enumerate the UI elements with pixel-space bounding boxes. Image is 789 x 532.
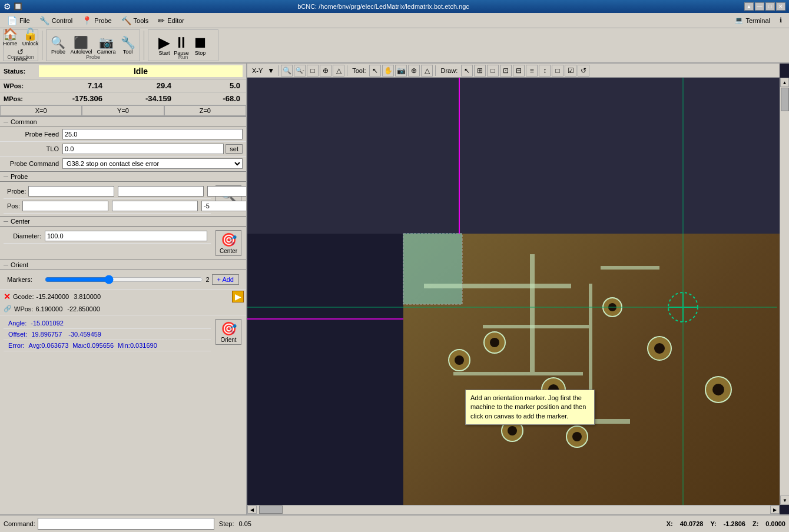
command-label: Command: <box>4 520 35 527</box>
pos-val3[interactable] <box>201 201 247 211</box>
zoom-out-button[interactable]: 🔍- <box>294 65 306 77</box>
center-section-label: Center <box>11 218 30 225</box>
menu-probe[interactable]: 📍 Probe <box>77 15 116 26</box>
select-tool-button[interactable]: ↖ <box>369 65 381 77</box>
tool-button[interactable]: 🔧 Tool <box>119 36 137 55</box>
error-label: Error: <box>8 342 25 349</box>
tlo-input[interactable] <box>62 144 224 154</box>
draw-rect-button[interactable]: □ <box>487 65 499 77</box>
orient-action-button[interactable]: 🎯 Orient <box>216 319 241 345</box>
scroll-thumb-h[interactable] <box>259 506 283 514</box>
crosshair-button[interactable]: ⊕ <box>320 65 331 77</box>
canvas-view[interactable]: Add an orientation marker. Jog first the… <box>247 78 780 505</box>
triangle-button[interactable]: △ <box>333 65 344 77</box>
orient-info-fields: Angle: -15.001092 Offset: 19.896757 -30.… <box>4 318 211 351</box>
probe-val1[interactable] <box>28 186 114 197</box>
autolevel-button[interactable]: ⬛ Autolevel <box>68 36 94 55</box>
status-value: Idle <box>39 65 243 77</box>
angle-value: -15.001092 <box>31 320 64 327</box>
xy-dropdown-icon: ▼ <box>267 66 274 75</box>
probe-command-select[interactable]: G38.2 stop on contact else error <box>62 158 243 169</box>
svg-point-26 <box>654 343 665 354</box>
tool-label: Tool: <box>350 67 368 74</box>
triangle2-button[interactable]: △ <box>421 65 433 77</box>
draw-box-button[interactable]: □ <box>552 65 563 77</box>
command-input[interactable] <box>38 518 214 530</box>
tools-icon: 🔨 <box>121 16 131 25</box>
scroll-thumb-v[interactable] <box>781 88 789 111</box>
scrollbar-horizontal[interactable]: ◀ ▶ <box>247 505 780 514</box>
scroll-up-button[interactable]: ▲ <box>780 78 789 87</box>
menu-info[interactable]: ℹ <box>775 15 787 25</box>
probe-section-header: Probe <box>0 171 246 182</box>
scroll-right-button[interactable]: ▶ <box>770 506 780 514</box>
connection-group-label: Connection <box>4 54 38 60</box>
center-section-header: Center <box>0 216 246 227</box>
pos-val1[interactable] <box>22 201 108 211</box>
diameter-input[interactable] <box>45 231 207 241</box>
toolbar: 🏠 Home 🔓 Unlock ↺ Reset Connection 🔍 Pro… <box>0 28 789 64</box>
zoom-fit-button[interactable]: □ <box>307 65 319 77</box>
menu-editor[interactable]: ✏ Editor <box>153 15 189 26</box>
stop-button[interactable]: ⏹ Stop <box>193 35 208 56</box>
scroll-down-button[interactable]: ▼ <box>780 496 789 505</box>
titlebar-minimize[interactable]: ▲ <box>744 2 754 11</box>
step-value: 0.05 <box>238 520 251 527</box>
draw-grid-button[interactable]: ⊞ <box>474 65 486 77</box>
probe-value-row: Probe: <box>4 184 211 199</box>
pause-button[interactable]: ⏸ Pause <box>174 35 189 56</box>
move-tool-button[interactable]: ✋ <box>382 65 394 77</box>
crosshair2-button[interactable]: ⊕ <box>408 65 420 77</box>
zoom-in-button[interactable]: 🔍 <box>281 65 293 77</box>
marker-delete-button[interactable]: ✕ <box>4 292 11 301</box>
zero-z-button[interactable]: Z=0 <box>164 105 246 116</box>
add-marker-button[interactable]: + Add <box>212 274 239 285</box>
scroll-left-button[interactable]: ◀ <box>247 506 257 514</box>
offset-label: Offset: <box>8 331 27 338</box>
draw-line-button[interactable]: ⊟ <box>513 65 525 77</box>
center-action-button[interactable]: 🎯 Center <box>216 230 241 256</box>
camera-button[interactable]: 📷 Camera <box>95 36 118 55</box>
tlo-set-button[interactable]: set <box>226 144 243 154</box>
menu-file[interactable]: 📄 File <box>2 15 35 26</box>
markers-slider[interactable] <box>45 275 203 284</box>
titlebar-left: ⚙ 🔲 <box>4 2 22 11</box>
draw-refresh-button[interactable]: ↺ <box>578 65 589 77</box>
home-button[interactable]: 🏠 Home <box>1 28 19 47</box>
tool-label: Tool <box>123 49 133 55</box>
orient-btn-label: Orient <box>220 337 236 343</box>
probe-button[interactable]: 🔍 Probe <box>49 36 67 55</box>
draw-size-button[interactable]: ≡ <box>526 65 538 77</box>
play-icon: ▶ <box>158 35 170 50</box>
capture-tool-button[interactable]: 📷 <box>395 65 407 77</box>
probe-feed-input[interactable] <box>62 129 243 139</box>
titlebar-minimize2[interactable]: — <box>755 2 764 11</box>
titlebar-close[interactable]: ✕ <box>776 2 785 11</box>
draw-orient-button[interactable]: ↕ <box>539 65 551 77</box>
probe-fields: Probe: Pos: <box>4 184 211 214</box>
probe-val2[interactable] <box>118 186 204 197</box>
menu-control[interactable]: 🔧 Control <box>35 15 77 26</box>
zero-y-button[interactable]: Y=0 <box>82 105 164 116</box>
menu-terminal[interactable]: 💻 Terminal <box>730 15 775 25</box>
draw-check-button[interactable]: ☑ <box>565 65 576 77</box>
editor-icon: ✏ <box>158 16 165 25</box>
orientation-tooltip: Add an orientation marker. Jog first the… <box>465 390 595 425</box>
start-button[interactable]: ▶ Start <box>158 35 170 56</box>
titlebar-maximize[interactable]: □ <box>765 2 775 11</box>
zero-x-button[interactable]: X=0 <box>0 105 82 116</box>
toolbar-sep1 <box>42 31 42 60</box>
marker-gcode-y: 3.810000 <box>74 293 101 300</box>
mpos-label: MPos: <box>4 95 36 102</box>
draw-fill-button[interactable]: ⊡ <box>500 65 512 77</box>
pos-val2[interactable] <box>112 201 198 211</box>
svg-point-22 <box>455 355 464 365</box>
menu-tools[interactable]: 🔨 Tools <box>117 15 154 26</box>
draw-select-button[interactable]: ↖ <box>461 65 473 77</box>
scrollbar-vertical[interactable]: ▲ ▼ <box>780 78 789 505</box>
unlock-icon: 🔓 <box>23 28 38 40</box>
unlock-button[interactable]: 🔓 Unlock <box>21 28 41 47</box>
common-section-header: Common <box>0 117 246 127</box>
tooltip-trigger[interactable]: ▶ <box>232 291 244 302</box>
probe-val3[interactable] <box>207 186 247 197</box>
